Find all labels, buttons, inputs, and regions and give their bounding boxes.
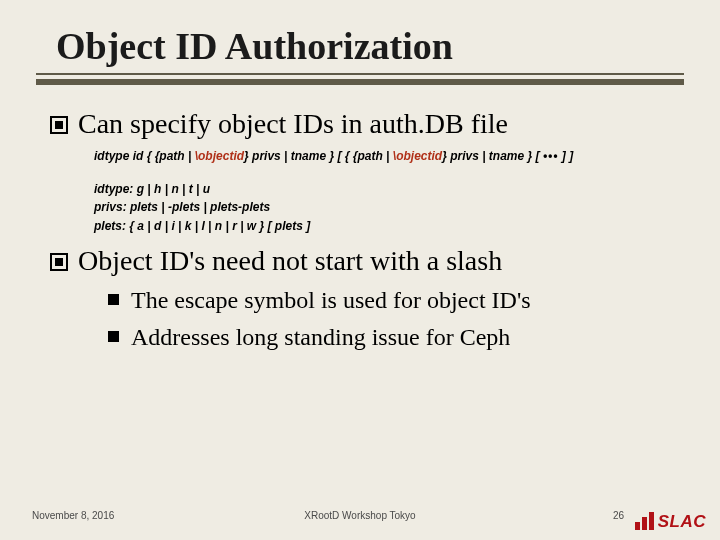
square-bullet-icon [108,331,119,342]
page-number: 26 [613,510,624,521]
code-seg: idtype id { {path | [94,149,195,163]
code-line: privs: plets | -plets | plets-plets [94,198,684,217]
bullet-icon [50,116,68,134]
slide: Object ID Authorization Can specify obje… [0,0,720,540]
sub-bullet-text: The escape symbol is used for object ID'… [131,284,531,316]
ellipsis-icon: ••• [543,149,559,163]
bullet-lvl1: Object ID's need not start with a slash [50,243,684,278]
bullet-lvl2: The escape symbol is used for object ID'… [108,284,684,316]
bullet-text: Can specify object IDs in auth.DB file [78,106,508,141]
sub-bullet-text: Addresses long standing issue for Ceph [131,321,510,353]
bullet-lvl1: Can specify object IDs in auth.DB file [50,106,684,141]
code-line: plets: { a | d | i | k | l | n | r | w }… [94,217,684,236]
code-seg: ] ] [559,149,574,163]
code-line: idtype id { {path | \objectid} privs | t… [94,147,684,166]
footer: November 8, 2016 XRootD Workshop Tokyo 2… [0,502,720,528]
slac-logo-text: SLAC [658,513,706,530]
bullet-icon [50,253,68,271]
code-seg: } privs | tname } [ [442,149,543,163]
content: Can specify object IDs in auth.DB file i… [50,106,684,353]
title-rule [36,70,684,84]
square-bullet-icon [108,294,119,305]
rule-notch [46,91,58,105]
code-seg: } privs | tname } [ { {path | [244,149,393,163]
bullet-text: Object ID's need not start with a slash [78,243,502,278]
slide-title: Object ID Authorization [56,24,684,68]
slac-logo: SLAC [635,512,706,530]
code-line: idtype: g | h | n | t | u [94,180,684,199]
bullet-lvl2: Addresses long standing issue for Ceph [108,321,684,353]
code-block: idtype id { {path | \objectid} privs | t… [94,147,684,235]
code-key: \objectid [393,149,442,163]
title-block: Object ID Authorization [56,24,684,68]
code-key: \objectid [195,149,244,163]
slac-mark-icon [635,512,654,530]
